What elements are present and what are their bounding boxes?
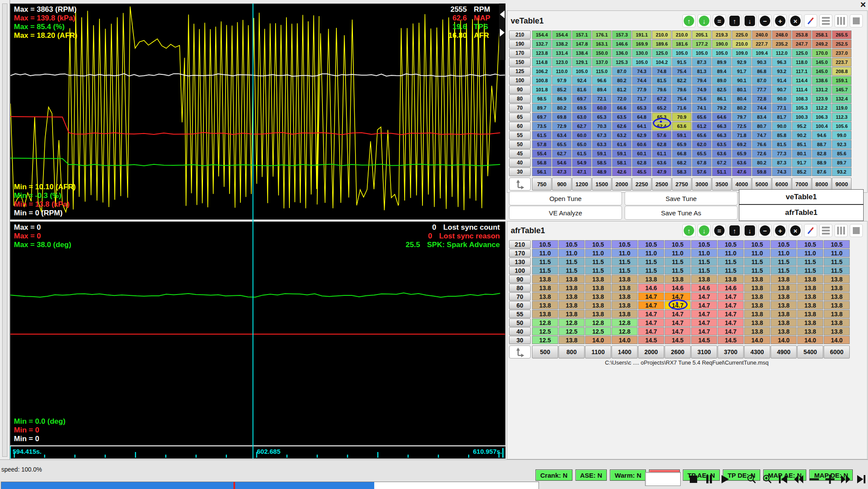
ve-table-cell[interactable]: 47.1 [572, 167, 592, 176]
afr-table-cell[interactable]: 11.5 [585, 266, 611, 275]
ve-table-cell[interactable]: 138.6 [812, 76, 831, 85]
collapse-right-icon[interactable] [500, 29, 505, 37]
ve-table-col-header[interactable]: 4000 [732, 178, 752, 191]
ve-table-cell[interactable]: 108.3 [792, 94, 811, 103]
afr-table-cell[interactable]: 14.5 [691, 336, 717, 344]
ve-table-cell[interactable]: 65.6 [692, 113, 712, 121]
afr-table-cell[interactable]: 13.8 [585, 275, 611, 283]
ve-table-cell[interactable]: 118.0 [792, 58, 811, 67]
afr-table-cell[interactable]: 11.5 [718, 266, 744, 275]
afr-table-cell[interactable]: 14.7 [638, 310, 664, 318]
interpolate-cols-icon[interactable] [835, 14, 848, 27]
ve-table-col-header[interactable]: 3000 [692, 178, 712, 191]
ve-table-cell[interactable]: 253.8 [792, 30, 811, 39]
afr-table-cell[interactable]: 11.0 [585, 249, 611, 257]
ve-table-cell[interactable]: 112.0 [772, 49, 792, 57]
ve-table-row-header[interactable]: 55 [509, 131, 531, 140]
afr-table-cell[interactable]: 12.8 [559, 318, 585, 327]
afr-table-cell[interactable]: 14.7 [718, 318, 744, 327]
afr-table-cell[interactable]: 13.8 [797, 292, 823, 301]
ve-table-cell[interactable]: 89.4 [712, 67, 732, 76]
ve-table-cell[interactable]: 81.3 [692, 67, 712, 76]
afr-table-row-header[interactable]: 210 [509, 240, 531, 248]
afr-table-cell[interactable]: 14.7 [638, 292, 664, 301]
ve-table-cell[interactable]: 62.7 [572, 122, 592, 131]
afr-table-cell[interactable]: 13.8 [665, 275, 691, 283]
afr-table-cell[interactable]: 13.8 [771, 301, 797, 309]
ve-table-cell[interactable]: 63.4 [552, 131, 572, 140]
afr-table-cell[interactable]: 11.5 [771, 258, 797, 266]
ve-table-cell[interactable]: 150.0 [592, 49, 612, 57]
afr-table-cell[interactable]: 13.8 [744, 327, 770, 335]
ve-table-cell[interactable]: 105.0 [572, 67, 592, 76]
ve-table-cell[interactable]: 63.5 [612, 113, 632, 121]
ve-table-cell[interactable]: 177.2 [692, 40, 712, 48]
raise-icon[interactable]: ↑ [728, 14, 741, 27]
ve-table-col-header[interactable]: 2500 [652, 178, 672, 191]
top-log-graph[interactable]: Max = 3863 (RPM)Max = 139.8 (kPa)Max = 8… [10, 3, 506, 220]
afr-table-cell[interactable]: 12.5 [585, 327, 611, 335]
ve-table-cell[interactable]: 72.8 [752, 94, 772, 103]
afr-table-cell[interactable]: 12.8 [612, 327, 638, 335]
ve-table-cell[interactable]: 237.0 [832, 49, 851, 57]
afr-table-cell[interactable]: 11.5 [612, 266, 638, 275]
save-tune-as-button[interactable]: Save Tune As [625, 206, 738, 220]
ve-table-cell[interactable]: 48.9 [592, 167, 612, 176]
afr-table-cell[interactable]: 13.8 [771, 275, 797, 283]
afr-table-cell[interactable]: 14.5 [665, 336, 691, 344]
afr-table-row-header[interactable]: 30 [509, 336, 531, 344]
ve-table-cell[interactable]: 100.4 [812, 122, 831, 131]
afr-table-cell[interactable]: 11.5 [665, 266, 691, 275]
afr-table-cell[interactable]: 14.7 [665, 318, 691, 327]
ve-table-cell[interactable]: 89.7 [832, 158, 851, 167]
interpolate-cols-icon[interactable] [835, 224, 848, 237]
afr-table-cell[interactable]: 11.0 [665, 249, 691, 257]
afr-table-cell[interactable]: 14.7 [638, 301, 664, 309]
ve-table-cell[interactable]: 93.2 [772, 67, 792, 76]
ve-analyze-button[interactable]: VE Analyze [509, 206, 622, 220]
ve-table-cell[interactable]: 100.3 [792, 113, 811, 121]
ve-table-cell[interactable]: 106.2 [532, 67, 552, 76]
ve-table-cell[interactable]: 91.7 [732, 67, 752, 76]
ve-table-cell[interactable]: 79.2 [712, 104, 732, 112]
shift-down-icon[interactable]: ↓ [698, 224, 711, 237]
ve-table-row-header[interactable]: 30 [509, 167, 531, 176]
afr-table-cell[interactable]: 14.7 [691, 301, 717, 309]
ve-table-row-header[interactable]: 210 [509, 30, 531, 39]
ve-table-col-header[interactable]: 5000 [752, 178, 772, 191]
afr-table-cell[interactable]: 11.5 [824, 266, 850, 275]
afr-table-cell[interactable]: 12.5 [532, 336, 558, 344]
afr-table-cell[interactable]: 14.7 [691, 310, 717, 318]
ve-table-cell[interactable]: 64.6 [712, 113, 732, 121]
ve-table-cell[interactable]: 145.7 [832, 85, 851, 94]
ve-table-cell[interactable]: 130.0 [632, 49, 652, 57]
ve-table-cell[interactable]: 87.3 [772, 158, 792, 167]
afr-table-row-header[interactable]: 170 [509, 249, 531, 257]
afr-table-cell[interactable]: 13.8 [532, 292, 558, 301]
ve-table-cell[interactable]: 76.6 [752, 140, 772, 149]
ve-table-cell[interactable]: 80.2 [552, 104, 572, 112]
afr-table-cell[interactable]: 13.8 [638, 275, 664, 283]
ve-table-cell[interactable]: 205.1 [692, 30, 712, 39]
ve-table-cell[interactable]: 60.6 [632, 140, 652, 149]
ve-table-cell[interactable]: 104.2 [652, 58, 672, 67]
afr-table-cell[interactable]: 11.5 [744, 258, 770, 266]
ve-table-cell[interactable]: 132.7 [532, 40, 552, 48]
afr-table-cell[interactable]: 13.8 [559, 292, 585, 301]
ve-table-cell[interactable]: 99.0 [832, 131, 851, 140]
ve-table-cell[interactable]: 65.6 [692, 131, 712, 140]
ve-table-cell[interactable]: 106.3 [812, 113, 831, 121]
afr-table-cell[interactable]: 14.7 [718, 301, 744, 309]
afr-table-row-header[interactable]: 40 [509, 327, 531, 335]
ve-table-cell[interactable]: 94.6 [812, 131, 831, 140]
stop-icon[interactable] [688, 474, 699, 485]
afr-table-cell[interactable]: 13.8 [691, 275, 717, 283]
ve-table-cell[interactable]: 83.4 [752, 113, 772, 121]
ve-table-cell[interactable]: 112.2 [812, 104, 831, 112]
ve-table-cell[interactable]: 190.0 [712, 40, 732, 48]
ve-table-cell[interactable]: 191.1 [632, 30, 652, 39]
ve-table-cell[interactable]: 57.6 [652, 131, 672, 140]
afr-table-cell[interactable]: 13.8 [824, 301, 850, 309]
ve-table-cell[interactable]: 131.4 [552, 49, 572, 57]
ve-table-cell[interactable]: 119.0 [832, 104, 851, 112]
